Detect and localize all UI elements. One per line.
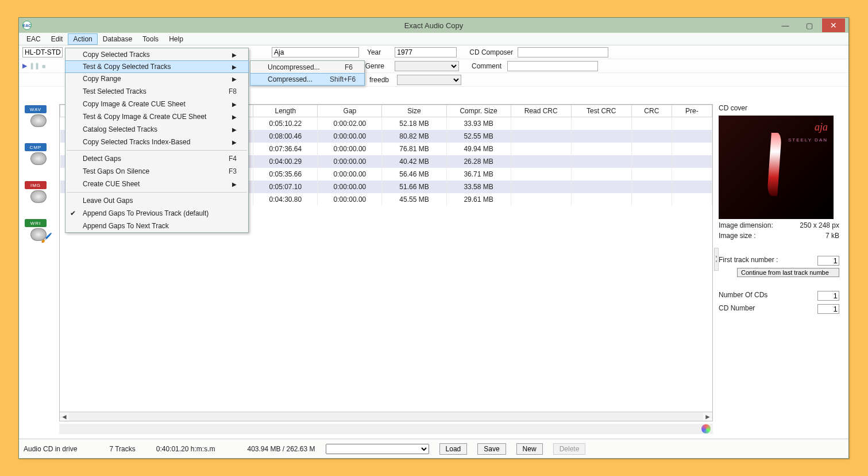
menu-item[interactable]: Create CUE Sheet▶ (65, 178, 248, 190)
stop-icon[interactable]: ■ (42, 63, 46, 70)
copy-wav-button[interactable]: WAV (22, 104, 52, 129)
delete-button[interactable]: Delete (553, 443, 586, 455)
cell (672, 130, 712, 143)
cell (631, 155, 672, 168)
first-track-input[interactable] (817, 256, 839, 266)
profile-select[interactable] (326, 444, 429, 454)
cd-number-input[interactable] (817, 304, 839, 314)
action-menu: Copy Selected Tracks▶Test & Copy Selecte… (65, 48, 249, 233)
app-window: EAC Exact Audio Copy — ▢ ✕ EAC Edit Acti… (18, 17, 849, 459)
drive-field[interactable] (22, 47, 63, 57)
activity-icon (701, 424, 711, 433)
col-pre-[interactable]: Pre- (672, 105, 712, 117)
play-icon[interactable]: ▶ (22, 62, 27, 70)
menu-item[interactable]: Test Selected TracksF8 (65, 85, 248, 98)
menu-item[interactable]: Test Gaps On SilenceF3 (65, 165, 248, 178)
col-test-crc[interactable]: Test CRC (571, 105, 631, 117)
col-gap[interactable]: Gap (318, 105, 382, 117)
cell: 49.94 MB (446, 143, 511, 155)
status-drive: Audio CD in drive (24, 445, 77, 453)
cell: 52.18 MB (382, 117, 446, 130)
write-cd-button[interactable]: WRI🖌️ (22, 218, 52, 243)
maximize-button[interactable]: ▢ (798, 18, 821, 32)
menu-help[interactable]: Help (164, 33, 188, 45)
close-button[interactable]: ✕ (822, 18, 845, 32)
cell (511, 193, 571, 206)
menu-tools[interactable]: Tools (137, 33, 164, 45)
cell: 0:00:00.00 (318, 181, 382, 193)
year-input[interactable] (395, 47, 457, 57)
minimize-button[interactable]: — (774, 18, 797, 32)
col-length[interactable]: Length (253, 105, 318, 117)
genre-label: Genre (365, 62, 384, 70)
cell (511, 143, 571, 155)
cell: 0:05:10.22 (253, 117, 318, 130)
menu-item[interactable]: Copy Selected Tracks Index-Based▶ (65, 136, 248, 148)
num-cds-label: Number Of CDs (719, 291, 767, 301)
num-cds-input[interactable] (817, 291, 839, 301)
cover-title: aja (815, 121, 828, 133)
year-label: Year (367, 48, 381, 56)
cover-image[interactable]: aja STEELY DAN (719, 116, 834, 219)
submenu-item[interactable]: Compressed...Shift+F6 (250, 73, 365, 86)
save-button[interactable]: Save (477, 443, 506, 455)
col-size[interactable]: Size (382, 105, 446, 117)
freedb-label: freedb (369, 76, 389, 84)
genre-select[interactable] (395, 61, 459, 71)
cell: 0:00:00.00 (318, 143, 382, 155)
menu-item[interactable]: Append Gaps To Next Track (65, 220, 248, 232)
load-button[interactable]: Load (439, 443, 468, 455)
menu-item[interactable]: Detect GapsF4 (65, 152, 248, 165)
menu-item[interactable]: ✔Append Gaps To Previous Track (default) (65, 207, 248, 220)
cell: 76.81 MB (382, 143, 446, 155)
composer-input[interactable] (518, 47, 608, 57)
cell (631, 168, 672, 181)
comment-input[interactable] (507, 61, 598, 71)
menu-item[interactable]: Catalog Selected Tracks▶ (65, 123, 248, 136)
image-size-value: 7 kB (825, 232, 839, 240)
pause-icon[interactable]: ❚❚ (29, 62, 40, 70)
cover-artist: STEELY DAN (788, 137, 828, 143)
cd-title-input[interactable] (272, 47, 359, 57)
continue-number-button[interactable]: Continue from last track numbe (737, 268, 839, 277)
cell (672, 181, 712, 193)
menu-eac[interactable]: EAC (21, 33, 46, 45)
cell: 0:05:07.10 (253, 181, 318, 193)
cell: 0:07:36.64 (253, 143, 318, 155)
col-read-crc[interactable]: Read CRC (511, 105, 571, 117)
submenu-item[interactable]: Uncompressed...F6 (250, 61, 364, 74)
new-button[interactable]: New (516, 443, 543, 455)
cell (571, 193, 631, 206)
scroll-left-icon[interactable]: ◄ (60, 413, 69, 421)
cd-cover-panel: CD cover aja STEELY DAN Image dimension:… (719, 104, 839, 314)
col-compr-size[interactable]: Compr. Size (446, 105, 511, 117)
menu-item[interactable]: Copy Selected Tracks▶ (65, 48, 248, 61)
cell: 0:00:00.00 (318, 193, 382, 206)
cell (672, 155, 712, 168)
menu-item[interactable]: Leave Out Gaps (65, 194, 248, 207)
menu-item[interactable]: Copy Image & Create CUE Sheet▶ (65, 98, 248, 110)
status-tracks: 7 Tracks (109, 445, 135, 453)
cell (571, 143, 631, 155)
col-crc[interactable]: CRC (631, 105, 672, 117)
menu-action[interactable]: Action (68, 33, 97, 45)
freedb-select[interactable] (397, 75, 461, 85)
statusbar: Audio CD in drive 7 Tracks 0:40:01.20 h:… (19, 439, 848, 458)
menu-database[interactable]: Database (98, 33, 137, 45)
cell (571, 168, 631, 181)
cell: 0:00:00.00 (318, 155, 382, 168)
image-dim-label: Image dimension: (719, 221, 773, 229)
cell: 0:08:00.46 (253, 130, 318, 143)
menu-edit[interactable]: Edit (46, 33, 68, 45)
horizontal-scrollbar[interactable]: ◄ ► (60, 412, 712, 421)
menu-item[interactable]: Test & Copy Selected Tracks▶ (65, 60, 249, 73)
panel-splitter[interactable]: ›‹ (714, 248, 719, 271)
copy-compressed-button[interactable]: CMP (22, 142, 52, 167)
cell: 0:04:30.80 (253, 193, 318, 206)
scroll-right-icon[interactable]: ► (703, 413, 712, 421)
copy-image-button[interactable]: IMG (22, 180, 52, 205)
cell (631, 181, 672, 193)
menu-item[interactable]: Test & Copy Image & Create CUE Sheet▶ (65, 110, 248, 123)
menu-item[interactable]: Copy Range▶ (65, 72, 248, 85)
cell: 40.42 MB (382, 155, 446, 168)
